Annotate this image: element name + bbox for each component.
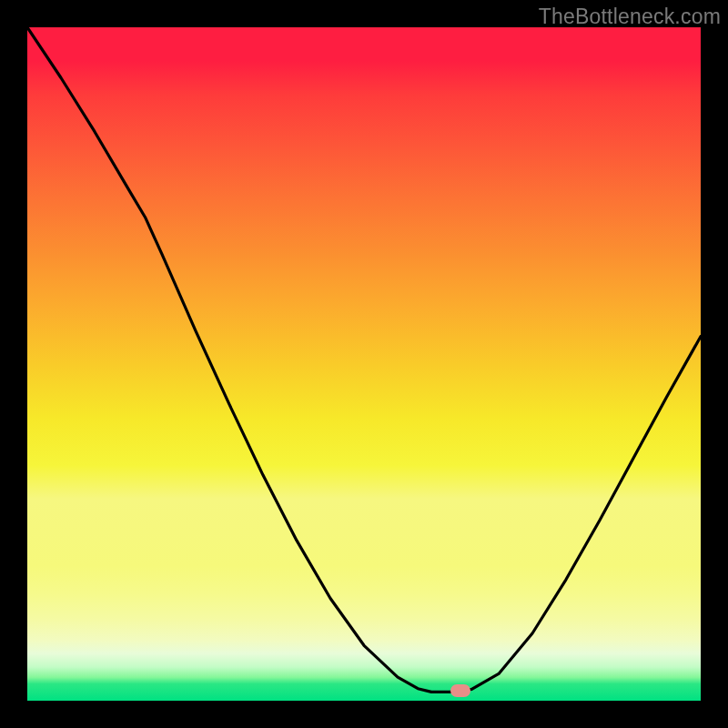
watermark-text: TheBottleneck.com xyxy=(539,5,721,29)
plot-area xyxy=(27,27,701,701)
bottleneck-curve xyxy=(27,27,701,701)
chart-frame: TheBottleneck.com xyxy=(0,0,728,728)
minimum-marker xyxy=(450,684,470,697)
